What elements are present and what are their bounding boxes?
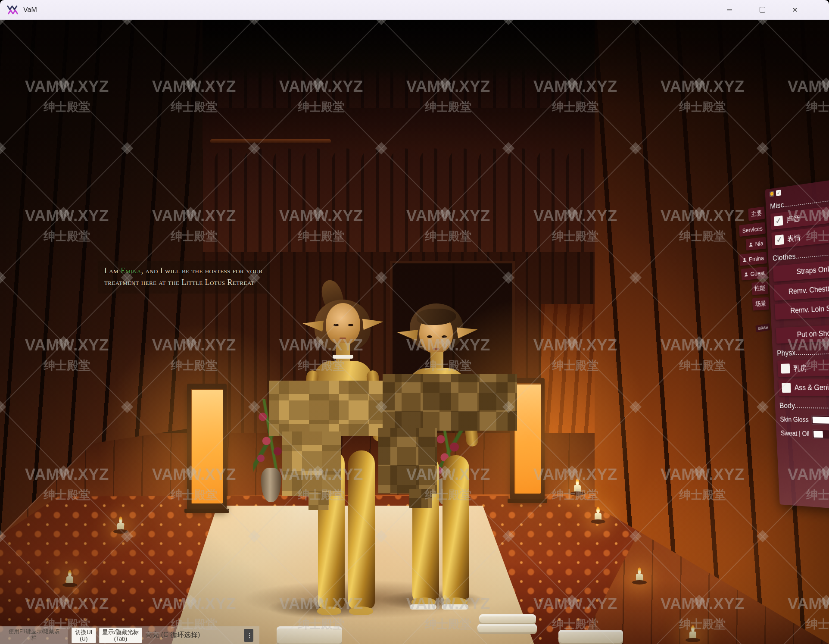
censor-mosaic <box>269 381 389 436</box>
towel <box>477 624 537 634</box>
slider-label: Sweat | Oil <box>781 430 810 438</box>
sweat-oil-slider[interactable] <box>812 429 829 440</box>
remove-loin-strap-button[interactable]: Remv. Loin Strap <box>775 299 829 320</box>
towel <box>558 630 623 644</box>
tab-label: Emina <box>749 254 764 263</box>
eye <box>442 335 447 338</box>
candle <box>595 513 601 522</box>
checkbox-row-breasts[interactable]: 乳房 <box>777 359 829 377</box>
tab-label: 性能 <box>754 284 766 292</box>
bottom-toolbar: 切换UI (U) 显示/隐藏光标 (Tab) 高亮 (C 循环选择) ⋮ <box>68 626 259 644</box>
lantern-panel <box>191 389 223 503</box>
floor-lantern-left <box>187 384 227 510</box>
maximize-icon <box>760 7 765 13</box>
slider-fill <box>813 417 829 424</box>
sandal <box>410 604 436 610</box>
checkbox-row-ass-genitals[interactable]: Ass & Genitals <box>778 378 829 396</box>
hint-line1: 使用F1键显示/隐藏该 <box>0 628 68 635</box>
maximize-button[interactable] <box>752 0 772 19</box>
foot <box>317 606 341 615</box>
curtain-valance <box>185 108 625 159</box>
checkbox-label: Ass & Genitals <box>794 383 829 392</box>
in-game-menu-panel: 主要 Services Nia Emina Guest 性能 场景 GRAB ✊ <box>736 175 829 521</box>
checkbox-sound[interactable]: ✓ <box>774 216 783 226</box>
panel-pin-icon[interactable]: ✊ <box>770 191 774 197</box>
lantern-panel <box>514 383 541 494</box>
tab-label: 主要 <box>751 209 762 219</box>
slider-row-sweat-oil: Sweat | Oil <box>781 429 829 440</box>
neck <box>430 352 443 369</box>
remove-chestband-button[interactable]: Remv. Chestband <box>774 278 829 301</box>
highlight-mode-label: 高亮 (C 循环选择) <box>145 631 200 640</box>
slider-label: Skin Gloss <box>780 416 809 424</box>
eye <box>427 335 432 338</box>
candle <box>636 574 643 582</box>
censor-mosaic <box>378 428 437 494</box>
tab-nia[interactable]: Nia <box>746 237 767 251</box>
checkbox-label: 声音 <box>786 213 800 225</box>
censor-mosaic <box>383 374 517 431</box>
person-icon <box>742 257 747 263</box>
censor-mosaic <box>409 489 432 508</box>
candle <box>689 631 696 640</box>
mouth <box>340 338 346 339</box>
title-bar: VaM ✕ <box>0 0 829 20</box>
checkbox-label: 表情 <box>787 233 801 244</box>
section-header-clothes: Clothes.......................... <box>773 246 829 263</box>
button-label: 切换UI <box>75 629 93 635</box>
close-icon: ✕ <box>792 6 798 13</box>
curtain-rod <box>210 139 331 143</box>
close-button[interactable]: ✕ <box>785 0 805 19</box>
candle <box>574 485 581 494</box>
skin-gloss-slider[interactable] <box>811 416 829 425</box>
more-options-button[interactable]: ⋮ <box>244 629 253 642</box>
dialogue-text: I am <box>104 266 121 275</box>
put-on-shoes-button[interactable]: Put on Shoes <box>776 324 829 344</box>
tab-performance[interactable]: 性能 <box>751 281 768 295</box>
checkbox-label: 乳房 <box>793 363 807 374</box>
eye <box>348 324 353 326</box>
tab-emina[interactable]: Emina <box>739 252 767 266</box>
game-viewport[interactable]: I am Emina, and I will be the hostess fo… <box>0 19 829 644</box>
tab-label: Services <box>742 225 763 234</box>
eye <box>333 324 339 326</box>
hint-line2: 栏 <box>0 635 68 641</box>
slider-fill <box>813 431 823 438</box>
censor-mosaic <box>282 431 341 496</box>
grab-button[interactable]: GRAB <box>755 323 770 332</box>
leg <box>443 455 469 602</box>
section-header-physx: Physx.......................... <box>777 347 829 358</box>
checkbox-expression[interactable]: ✓ <box>775 234 784 245</box>
tab-label: 场景 <box>755 300 767 308</box>
towel <box>277 626 342 644</box>
towel <box>479 614 536 625</box>
slider-row-skin-gloss: Skin Gloss <box>780 415 829 425</box>
candle <box>66 576 73 585</box>
vam-logo-icon <box>7 4 19 16</box>
checkbox-ass-genitals[interactable] <box>782 383 791 393</box>
npc-name: Emina <box>121 266 141 275</box>
leg <box>348 450 375 609</box>
minimize-button[interactable] <box>720 0 739 19</box>
checkbox-breasts[interactable] <box>781 363 790 373</box>
toggle-cursor-button[interactable]: 显示/隐藏光标 (Tab) <box>99 628 143 643</box>
tab-label: Nia <box>755 240 763 247</box>
f1-hint-box: 使用F1键显示/隐藏该 栏 <box>0 626 68 644</box>
censor-mosaic <box>309 492 329 510</box>
sandal <box>442 604 468 610</box>
person-icon <box>749 242 753 247</box>
menu-tab-column: 主要 Services Nia Emina Guest 性能 场景 GRAB <box>737 206 770 332</box>
minimize-icon <box>727 9 732 10</box>
toggle-ui-button[interactable]: 切换UI (U) <box>72 628 96 643</box>
window-title: VaM <box>23 6 37 14</box>
panel-pin-checkbox[interactable]: ✓ <box>776 190 781 196</box>
choker <box>333 355 353 359</box>
dialogue-box: I am Emina, and I will be the hostess fo… <box>98 261 269 294</box>
tab-services[interactable]: Services <box>739 222 766 237</box>
tab-scene[interactable]: 场景 <box>752 297 769 310</box>
tab-main[interactable]: 主要 <box>748 206 765 221</box>
person-icon <box>744 272 748 277</box>
menu-content-panel: ✊ ✓ Misc.......................... ✓ 声音 … <box>765 176 829 512</box>
section-header-body: Body.......................... <box>779 402 829 411</box>
tab-guest[interactable]: Guest <box>741 266 768 280</box>
